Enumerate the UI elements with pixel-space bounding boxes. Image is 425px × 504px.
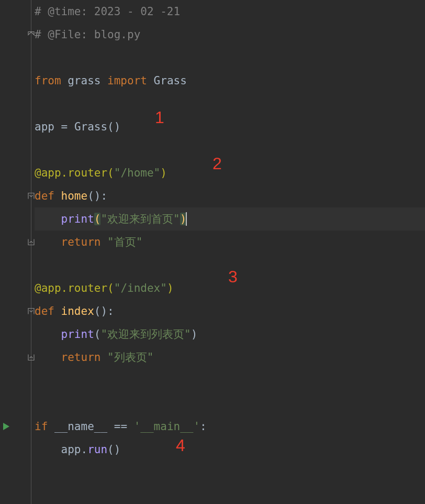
- comment-text: # @time: 2023 - 02 -21: [35, 5, 180, 18]
- code-line[interactable]: return "首页": [35, 231, 425, 254]
- code-line[interactable]: @app.router("/home"): [35, 161, 425, 184]
- code-line[interactable]: [35, 484, 425, 504]
- code-line[interactable]: app = Grass(): [35, 115, 425, 138]
- text-caret: [186, 212, 187, 226]
- code-line[interactable]: [35, 254, 425, 277]
- code-line[interactable]: def index():: [35, 300, 425, 323]
- code-line[interactable]: # @File: blog.py: [35, 23, 425, 46]
- code-line[interactable]: # @time: 2023 - 02 -21: [35, 0, 425, 23]
- code-line[interactable]: [35, 46, 425, 69]
- fold-end-icon[interactable]: [28, 354, 35, 361]
- code-line[interactable]: [35, 138, 425, 161]
- code-line[interactable]: app.run(): [35, 438, 425, 461]
- fold-start-icon[interactable]: [28, 193, 35, 200]
- code-line[interactable]: [35, 369, 425, 392]
- code-line[interactable]: from grass import Grass: [35, 69, 425, 92]
- fold-end-icon[interactable]: [28, 31, 35, 38]
- editor-gutter: [0, 0, 35, 504]
- comment-text: # @File: blog.py: [35, 28, 140, 41]
- code-line[interactable]: [35, 392, 425, 415]
- run-gutter-icon[interactable]: [2, 422, 10, 431]
- code-line[interactable]: print("欢迎来到列表页"): [35, 323, 425, 346]
- code-line[interactable]: [35, 92, 425, 115]
- fold-end-icon[interactable]: [28, 239, 35, 246]
- code-editor[interactable]: # @time: 2023 - 02 -21 # @File: blog.py …: [0, 0, 425, 504]
- code-area[interactable]: # @time: 2023 - 02 -21 # @File: blog.py …: [35, 0, 425, 504]
- fold-start-icon[interactable]: [28, 308, 35, 315]
- code-line[interactable]: [35, 461, 425, 484]
- code-line[interactable]: def home():: [35, 184, 425, 207]
- code-line[interactable]: return "列表页": [35, 346, 425, 369]
- code-line-active[interactable]: print("欢迎来到首页"): [35, 207, 425, 231]
- code-line[interactable]: @app.router("/index"): [35, 277, 425, 300]
- code-line[interactable]: if __name__ == '__main__':: [35, 415, 425, 438]
